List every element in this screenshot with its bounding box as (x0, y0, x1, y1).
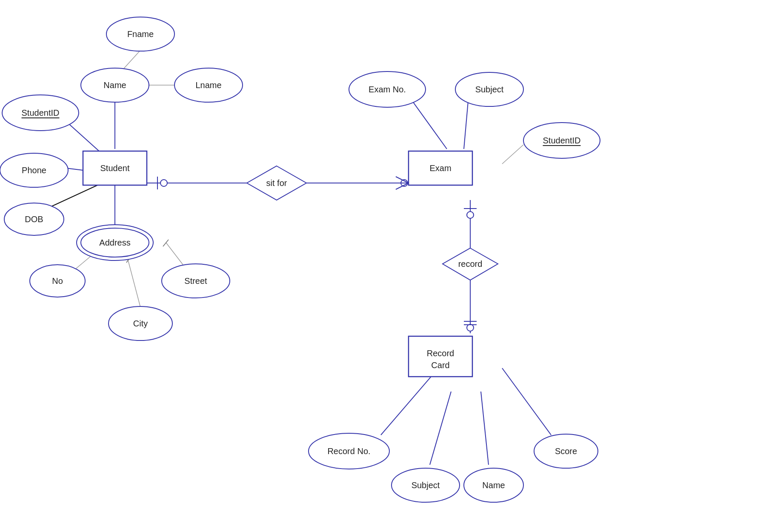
entity-student-label: Student (100, 163, 130, 173)
attr-score-label: Score (555, 446, 577, 456)
line-street-address (166, 243, 183, 265)
line-fname-name (123, 50, 140, 69)
line-city-address (128, 259, 140, 307)
tick-street (163, 240, 169, 246)
entity-exam-label: Exam (429, 163, 451, 173)
line-recordcard-recordno (381, 368, 438, 435)
attr-street-label: Street (184, 276, 207, 286)
line-recordcard-name2 (481, 392, 489, 465)
line-recordcard-subject2 (430, 392, 451, 465)
attr-no-label: No (52, 276, 63, 286)
attr-studentid1-label: StudentID (22, 108, 60, 117)
attr-phone-label: Phone (22, 166, 46, 175)
crow-circle-record-bot (467, 324, 474, 331)
attr-city-label: City (133, 319, 148, 328)
rel-sitfor-label: sit for (266, 178, 287, 188)
attr-examno-label: Exam No. (369, 85, 406, 94)
entity-recordcard-label1: Record (427, 349, 454, 358)
attr-name-label: Name (103, 80, 126, 90)
attr-address-label: Address (99, 238, 130, 247)
attr-fname-label: Fname (127, 29, 154, 39)
attr-recordno-label: Record No. (327, 446, 370, 456)
crow-circle-record-top (467, 212, 474, 218)
attr-subject2-label: Subject (412, 481, 440, 490)
rel-record-label: record (458, 259, 483, 269)
crow-circle-student (160, 180, 167, 186)
attr-lname-label: Lname (195, 80, 221, 90)
attr-subject1-label: Subject (475, 85, 504, 94)
line-recordcard-score (502, 368, 551, 435)
attr-name2-label: Name (482, 481, 505, 490)
line-dob-student (47, 183, 102, 209)
line-sid2-exam (502, 145, 523, 164)
entity-recordcard-label2: Card (431, 360, 449, 370)
line-examno-exam (409, 96, 447, 149)
line-phone-student (66, 168, 83, 170)
er-diagram: Student Exam Record Card sit for record … (0, 0, 766, 532)
line-subject1-exam (464, 101, 468, 149)
attr-dob-label: DOB (25, 215, 43, 224)
attr-studentid2-label: StudentID (543, 136, 581, 145)
